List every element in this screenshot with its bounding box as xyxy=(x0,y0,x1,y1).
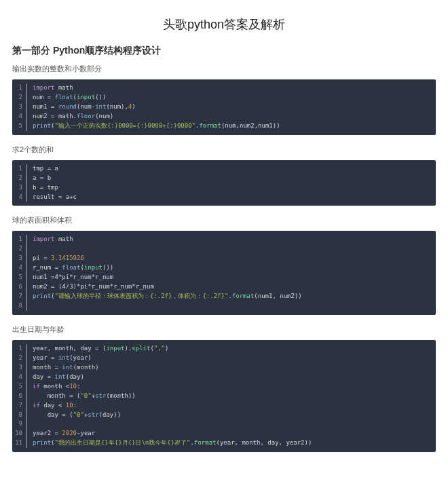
code-line: 8 xyxy=(12,301,436,311)
code-block-4: 1year, month, day = (input).split(",") 2… xyxy=(12,340,436,452)
code-line: 7if day < 10: xyxy=(12,401,436,411)
code-line: 4num2 = math.floor(num) xyxy=(12,112,436,122)
code-line: 5if month <10: xyxy=(12,382,436,392)
line-number: 6 xyxy=(12,392,27,401)
line-number: 7 xyxy=(12,401,27,411)
code-line: 1year, month, day = (input).split(",") xyxy=(12,344,436,354)
code-line: 1import math xyxy=(12,235,436,244)
code-line: 4result = a+c xyxy=(12,193,436,202)
line-number: 11 xyxy=(12,438,27,448)
section-header-1: 第一部分 Python顺序结构程序设计 xyxy=(12,45,436,57)
line-number: 1 xyxy=(12,235,27,244)
subsection-birth: 出生日期与年龄 xyxy=(12,324,436,335)
code-line: 7print("请输入球的半径：球体表面积为：{:.2f}，体积为：{:.2f}… xyxy=(12,292,436,301)
code-line: 2num = float(input()) xyxy=(12,93,436,102)
line-number: 10 xyxy=(12,429,27,438)
code-line: 9 xyxy=(12,419,436,429)
line-number: 2 xyxy=(12,174,27,183)
code-line: 6num2 = (4/3)*pi*r_num*r_num*r_num xyxy=(12,282,436,292)
code-line: 11print("我的出生日期是{}年{}月{}日\n我今年{}岁了".form… xyxy=(12,438,436,448)
line-number: 8 xyxy=(12,411,27,420)
code-line: 8 day = ("0"+str(day)) xyxy=(12,411,436,420)
code-line: 3num1 = round(num-int(num),4) xyxy=(12,102,436,112)
subsection-sphere: 球的表面积和体积 xyxy=(12,215,436,225)
code-line: 3b = tmp xyxy=(12,183,436,193)
line-number: 5 xyxy=(12,382,27,392)
code-line: 4day = int(day) xyxy=(12,373,436,382)
subsection-sum: 求2个数的和 xyxy=(12,145,436,155)
code-line: 10year2 = 2020-year xyxy=(12,429,436,438)
line-number: 7 xyxy=(12,292,27,301)
document-root: 头歌python答案及解析 第一部分 Python顺序结构程序设计 输出实数的整… xyxy=(0,0,448,471)
line-number: 9 xyxy=(12,419,27,429)
code-line: 5print("输入一个正的实数{:}0000={:}0000+{:}0000"… xyxy=(12,122,436,131)
code-block-3: 1import math 2 3pi = 3.1415926 4r_num = … xyxy=(12,231,436,315)
line-number: 1 xyxy=(12,344,27,354)
code-line: 1import math xyxy=(12,83,436,93)
code-line: 5num1 =4*pi*r_num*r_num xyxy=(12,273,436,282)
code-block-2: 1tmp = a 2a = b 3b = tmp 4result = a+c xyxy=(12,160,436,206)
line-number: 5 xyxy=(12,273,27,282)
line-number: 4 xyxy=(12,263,27,273)
code-line: 4r_num = float(input()) xyxy=(12,263,436,273)
code-line: 3pi = 3.1415926 xyxy=(12,254,436,263)
line-number: 3 xyxy=(12,363,27,373)
line-number: 2 xyxy=(12,93,27,102)
line-number: 3 xyxy=(12,102,27,112)
page-title: 头歌python答案及解析 xyxy=(12,16,436,33)
line-number: 3 xyxy=(12,254,27,263)
line-number: 1 xyxy=(12,164,27,174)
code-line: 2a = b xyxy=(12,174,436,183)
code-block-1: 1import math 2num = float(input()) 3num1… xyxy=(12,79,436,135)
line-number: 4 xyxy=(12,373,27,382)
code-line: 6 month = ("0"+str(month)) xyxy=(12,392,436,401)
line-number: 1 xyxy=(12,83,27,93)
code-line: 1tmp = a xyxy=(12,164,436,174)
line-number: 4 xyxy=(12,112,27,122)
line-number: 8 xyxy=(12,301,27,311)
subsection-int-decimal: 输出实数的整数和小数部分 xyxy=(12,64,436,74)
line-number: 5 xyxy=(12,122,27,131)
code-line: 2 xyxy=(12,244,436,254)
line-number: 4 xyxy=(12,193,27,202)
line-number: 3 xyxy=(12,183,27,193)
code-line: 2year = int(year) xyxy=(12,354,436,363)
line-number: 2 xyxy=(12,244,27,254)
line-number: 6 xyxy=(12,282,27,292)
code-line: 3month = int(month) xyxy=(12,363,436,373)
line-number: 2 xyxy=(12,354,27,363)
